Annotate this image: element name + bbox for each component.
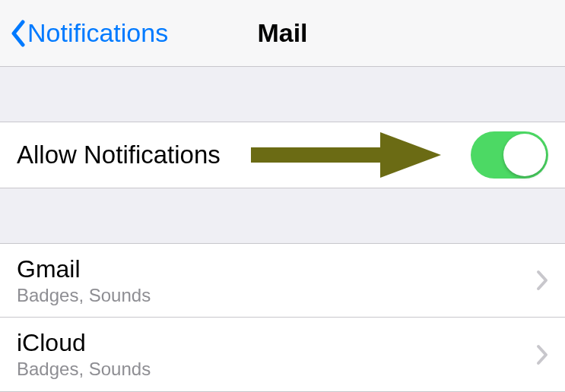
account-row-gmail[interactable]: Gmail Badges, Sounds [0, 243, 565, 318]
account-row-icloud[interactable]: iCloud Badges, Sounds [0, 318, 565, 392]
nav-bar: Notifications Mail [0, 0, 565, 67]
page-title: Mail [257, 18, 307, 48]
account-title: Gmail [17, 255, 151, 283]
chevron-right-icon [536, 344, 548, 365]
chevron-right-icon [536, 270, 548, 291]
account-subtitle: Badges, Sounds [17, 359, 151, 380]
chevron-left-icon [9, 20, 26, 47]
back-label: Notifications [27, 18, 168, 48]
allow-notifications-label: Allow Notifications [17, 141, 221, 169]
account-row-text: Gmail Badges, Sounds [17, 255, 151, 305]
section-gap [0, 188, 565, 243]
allow-notifications-row: Allow Notifications [0, 122, 565, 188]
annotation-arrow-icon [251, 128, 441, 182]
account-title: iCloud [17, 329, 151, 357]
toggle-knob [503, 134, 546, 176]
accounts-list: Gmail Badges, Sounds iCloud Badges, Soun… [0, 243, 565, 392]
svg-marker-1 [380, 132, 441, 178]
allow-notifications-toggle[interactable] [471, 131, 548, 179]
section-gap [0, 67, 565, 122]
account-row-text: iCloud Badges, Sounds [17, 329, 151, 379]
back-button[interactable]: Notifications [9, 18, 168, 48]
svg-rect-0 [251, 147, 384, 163]
account-subtitle: Badges, Sounds [17, 285, 151, 306]
